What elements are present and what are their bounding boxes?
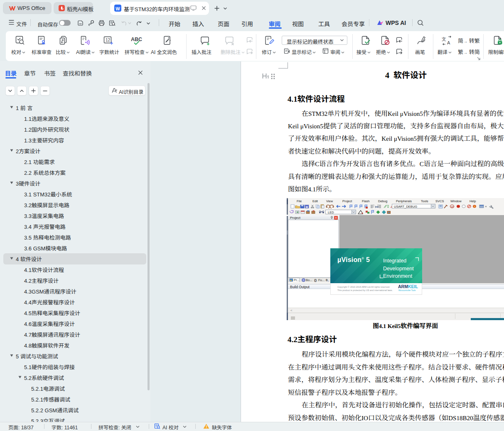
svg-text:@: @: [451, 205, 454, 208]
svg-text:12: 12: [106, 38, 111, 42]
svg-text:ABC: ABC: [131, 37, 142, 42]
svg-text:A: A: [447, 40, 450, 45]
svg-text:文: 文: [442, 37, 446, 42]
